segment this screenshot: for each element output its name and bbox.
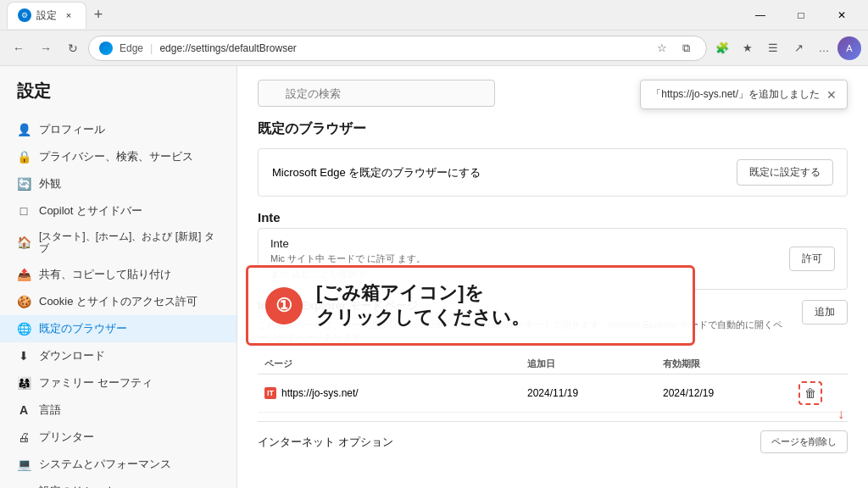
minimize-button[interactable]: — xyxy=(741,2,780,29)
main-layout: 設定 👤 プロフィール 🔒 プライバシー、検索、サービス 🔄 外観 □ Copi… xyxy=(0,66,868,488)
split-screen-icon[interactable]: ⧉ xyxy=(676,38,696,58)
sidebar-label-privacy: プライバシー、検索、サービス xyxy=(39,149,193,164)
ie-pages-header: Internet Explorer モード ページ xyxy=(258,298,792,313)
sidebar-label-family: ファミリー セーフティ xyxy=(39,375,153,391)
search-wrapper: 🔍 xyxy=(258,80,495,107)
table-row: IT https://jo-sys.net/ 2024/11/19 2024/1… xyxy=(258,374,848,413)
share-icon[interactable]: ↗ xyxy=(787,36,810,60)
sidebar-item-appearance[interactable]: 🔄 外観 xyxy=(0,170,236,197)
sidebar-label-reset: 設定のリセット xyxy=(39,484,116,488)
ie-added-date: 2024/11/19 xyxy=(527,387,663,399)
ie-table-header: ページ 追加日 有効期限 xyxy=(258,354,848,374)
col-added: 追加日 xyxy=(527,358,663,370)
toast-notification: 「https://jo-sys.net/」を追加しました ✕ xyxy=(640,80,848,109)
ie-favicon: IT xyxy=(264,387,276,399)
sidebar-label-system: システムとパフォーマンス xyxy=(39,457,171,472)
sidebar-label-profile: プロフィール xyxy=(39,122,105,137)
copilot-icon: □ xyxy=(17,204,31,218)
active-tab[interactable]: ⚙ 設定 × xyxy=(7,2,86,29)
back-button[interactable]: ← xyxy=(7,36,31,60)
family-icon: 👨‍👩‍👧 xyxy=(17,376,31,390)
sidebar-label-downloads: ダウンロード xyxy=(39,348,105,363)
sidebar-item-profile[interactable]: 👤 プロフィール xyxy=(0,116,236,143)
privacy-icon: 🔒 xyxy=(17,150,31,164)
sidebar-item-downloads[interactable]: ⬇ ダウンロード xyxy=(0,342,236,369)
sidebar-item-family[interactable]: 👨‍👩‍👧 ファミリー セーフティ xyxy=(0,369,236,396)
system-icon: 💻 xyxy=(17,458,31,471)
sidebar-label-cookies: Cookie とサイトのアクセス許可 xyxy=(39,294,198,309)
default-browser-card: Microsoft Edge を既定のブラウザーにする 既定に設定する xyxy=(258,148,848,197)
ie-expiry-date: 2024/12/19 xyxy=(663,387,798,399)
ie-row-content: Inte Mic サイト中 モードで に許可 ます。 また 込むことを選択で xyxy=(270,237,426,280)
sidebar-label-share: 共有、コピーして貼り付け xyxy=(39,267,171,282)
sidebar-item-reset[interactable]: ↩ 設定のリセット xyxy=(0,478,236,488)
address-bar-input[interactable]: Edge | edge://settings/defaultBrowser ☆ … xyxy=(88,36,707,61)
address-text: edge://settings/defaultBrowser xyxy=(159,42,296,54)
ie-row-desc2: また 込むことを選択で xyxy=(270,268,426,280)
sidebar-item-cookies[interactable]: 🍪 Cookie とサイトのアクセス許可 xyxy=(0,288,236,315)
close-tab-button[interactable]: × xyxy=(62,8,75,22)
sidebar-item-share[interactable]: 📤 共有、コピーして貼り付け xyxy=(0,261,236,288)
tab-settings-icon: ⚙ xyxy=(18,8,31,22)
profile-avatar[interactable]: A xyxy=(837,36,861,60)
reset-icon: ↩ xyxy=(17,485,31,488)
edge-label: Edge xyxy=(120,42,143,54)
new-tab-button[interactable]: + xyxy=(86,3,110,27)
settings-sidebar: 設定 👤 プロフィール 🔒 プライバシー、検索、サービス 🔄 外観 □ Copi… xyxy=(0,66,237,488)
sidebar-label-copilot: Copilot とサイドバー xyxy=(39,203,142,219)
sidebar-item-privacy[interactable]: 🔒 プライバシー、検索、サービス xyxy=(0,143,236,170)
toast-close-button[interactable]: ✕ xyxy=(826,88,837,102)
sidebar-item-default-browser[interactable]: 🌐 既定のブラウザー xyxy=(0,315,236,342)
tab-label: 設定 xyxy=(36,8,57,23)
edge-logo-icon xyxy=(99,42,113,55)
ie-mode-section: Inte Inte Mic サイト中 モードで に許可 ます。 また 込むことを… xyxy=(258,210,848,462)
ie-options-row: インターネット オプション ページを削除し xyxy=(258,421,848,462)
sidebar-item-start[interactable]: 🏠 [スタート]、[ホーム]、および [新規] タブ xyxy=(0,225,236,261)
language-icon: A xyxy=(17,403,31,417)
settings-search-input[interactable] xyxy=(258,80,495,107)
favorites-icon[interactable]: ★ xyxy=(736,36,760,60)
collections-icon[interactable]: ☰ xyxy=(761,36,785,60)
sidebar-item-system[interactable]: 💻 システムとパフォーマンス xyxy=(0,451,236,478)
sidebar-label-default-browser: 既定のブラウザー xyxy=(39,321,127,336)
sidebar-item-printer[interactable]: 🖨 プリンター xyxy=(0,424,236,451)
ie-url-cell: IT https://jo-sys.net/ xyxy=(264,387,527,399)
titlebar: ⚙ 設定 × + — □ ✕ xyxy=(0,0,868,30)
extensions-icon[interactable]: 🧩 xyxy=(710,36,734,60)
favorites-star-icon[interactable]: ☆ xyxy=(652,38,672,58)
ie-row-label: Inte xyxy=(270,237,426,250)
ie-pages-section: Internet Explorer モード ページ これらのページは、ページ追加… xyxy=(258,298,848,413)
sidebar-label-appearance: 外観 xyxy=(39,176,61,191)
ie-options-label: インターネット オプション xyxy=(258,435,393,450)
section-title: 既定のブラウザー xyxy=(258,120,848,138)
more-tools-icon[interactable]: … xyxy=(812,36,836,60)
ie-page-desc: これらのページは、ページ追加日から 30 日間 Internet Explore… xyxy=(258,319,792,344)
col-expiry: 有効期限 xyxy=(663,358,798,370)
start-icon: 🏠 xyxy=(17,236,31,249)
share-sidebar-icon: 📤 xyxy=(17,268,31,281)
downloads-icon: ⬇ xyxy=(17,349,31,363)
ie-mode-row: Inte Mic サイト中 モードで に許可 ます。 また 込むことを選択で 許… xyxy=(258,228,848,290)
sidebar-label-printer: プリンター xyxy=(39,430,94,445)
profile-icon: 👤 xyxy=(17,123,31,136)
addressbar: ← → ↻ Edge | edge://settings/defaultBrow… xyxy=(0,30,868,66)
ie-url-text: https://jo-sys.net/ xyxy=(281,387,359,399)
settings-content: 🔍 「https://jo-sys.net/」を追加しました ✕ 既定のブラウザ… xyxy=(237,66,868,488)
ie-row-desc: Mic サイト中 モードで に許可 ます。 xyxy=(270,252,426,265)
col-action xyxy=(798,358,841,370)
sidebar-title: 設定 xyxy=(0,80,236,116)
forward-button[interactable]: → xyxy=(34,36,58,60)
sidebar-item-language[interactable]: A 言語 xyxy=(0,396,236,424)
maximize-button[interactable]: □ xyxy=(782,2,821,29)
delete-page-button[interactable]: 🗑 xyxy=(798,381,822,405)
toast-text: 「https://jo-sys.net/」を追加しました xyxy=(651,87,820,102)
address-actions: ☆ ⧉ xyxy=(652,38,696,58)
close-window-button[interactable]: ✕ xyxy=(822,2,861,29)
set-default-browser-button[interactable]: 既定に設定する xyxy=(737,159,833,186)
ie-row-top: Inte Mic サイト中 モードで に許可 ます。 また 込むことを選択で 許… xyxy=(270,237,835,280)
delete-pages-button[interactable]: ページを削除し xyxy=(760,430,848,453)
ie-add-page-button[interactable]: 追加 xyxy=(802,300,848,324)
sidebar-item-copilot[interactable]: □ Copilot とサイドバー xyxy=(0,197,236,225)
ie-allow-button[interactable]: 許可 xyxy=(789,247,835,271)
refresh-button[interactable]: ↻ xyxy=(61,36,85,60)
